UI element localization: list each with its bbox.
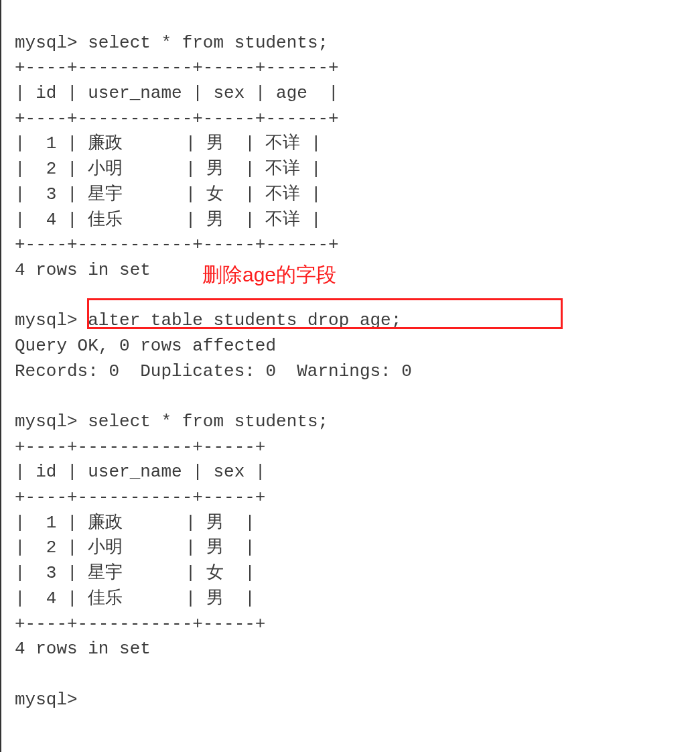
- prompt: mysql>: [15, 690, 78, 710]
- table2-row: | 3 | 星宇 | 女 |: [15, 563, 255, 583]
- highlight-box: [87, 298, 563, 329]
- table2-row: | 2 | 小明 | 男 |: [15, 538, 255, 558]
- table2-border-bot: +----+-----------+-----+: [15, 614, 265, 634]
- table1-header: | id | user_name | sex | age |: [15, 83, 339, 103]
- annotation-label: 删除age的字段: [202, 260, 336, 290]
- table1-row: | 2 | 小明 | 男 | 不详 |: [15, 159, 322, 179]
- alter-result-1: Query OK, 0 rows affected: [15, 336, 276, 356]
- terminal-output: mysql> select * from students; +----+---…: [0, 0, 670, 752]
- table1-summary: 4 rows in set: [15, 260, 151, 280]
- table1-border-mid: +----+-----------+-----+------+: [15, 109, 339, 129]
- table2-border-top: +----+-----------+-----+: [15, 437, 265, 457]
- prompt: mysql>: [15, 412, 78, 432]
- table2-summary: 4 rows in set: [15, 639, 151, 659]
- table1-row: | 1 | 廉政 | 男 | 不详 |: [15, 133, 322, 153]
- sql-select-1: select * from students;: [88, 33, 328, 53]
- prompt: mysql>: [15, 33, 78, 53]
- prompt: mysql>: [15, 310, 78, 330]
- table2-row: | 1 | 廉政 | 男 |: [15, 513, 255, 533]
- table1-border-top: +----+-----------+-----+------+: [15, 58, 339, 78]
- table1-row: | 3 | 星宇 | 女 | 不详 |: [15, 184, 322, 204]
- alter-result-2: Records: 0 Duplicates: 0 Warnings: 0: [15, 361, 412, 381]
- table2-border-mid: +----+-----------+-----+: [15, 487, 265, 507]
- table2-row: | 4 | 佳乐 | 男 |: [15, 588, 255, 609]
- table2-header: | id | user_name | sex |: [15, 462, 265, 482]
- table1-row: | 4 | 佳乐 | 男 | 不详 |: [15, 210, 322, 230]
- sql-select-2: select * from students;: [88, 412, 328, 432]
- table1-border-bot: +----+-----------+-----+------+: [15, 235, 339, 255]
